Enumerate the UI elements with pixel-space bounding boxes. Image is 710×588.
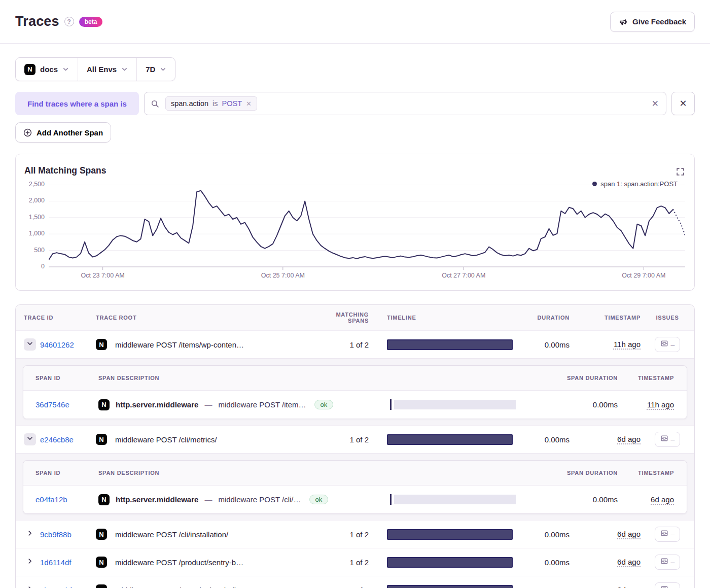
trace-root-text: middleware POST /cli/metrics/ xyxy=(115,435,217,444)
token-operator: is xyxy=(212,99,218,108)
timeline-bar[interactable] xyxy=(387,557,513,568)
trace-id-cell: 94601262 xyxy=(40,340,96,349)
status-badge-ok: ok xyxy=(309,495,329,504)
help-icon[interactable]: ? xyxy=(64,17,74,26)
timestamp-value[interactable]: 6d ago xyxy=(617,530,641,538)
timestamp-value[interactable]: 11h ago xyxy=(614,340,641,349)
y-axis-tick-label: 1,000 xyxy=(18,230,45,237)
nextjs-project-icon: N xyxy=(96,529,107,540)
project-filter[interactable]: N docs xyxy=(16,58,78,81)
col-span-id: Span ID xyxy=(36,470,98,476)
timeline-bar[interactable] xyxy=(387,585,513,588)
span-id-link[interactable]: e04fa12b xyxy=(36,495,98,504)
timeline-bar[interactable] xyxy=(387,434,513,445)
span-row[interactable]: e04fa12bNhttp.server.middleware—middlewa… xyxy=(23,486,687,513)
dash-separator: — xyxy=(204,495,212,504)
timestamp-cell: 6d ago xyxy=(575,558,646,567)
span-timeline-track[interactable] xyxy=(394,495,516,504)
timeline-bar[interactable] xyxy=(387,339,513,350)
chevron-down-icon xyxy=(121,66,128,73)
timestamp-cell: 6d ago xyxy=(575,585,646,588)
nextjs-project-icon: N xyxy=(96,557,107,568)
give-feedback-button[interactable]: Give Feedback xyxy=(610,12,695,32)
trace-expand-chevron[interactable] xyxy=(24,528,36,540)
trace-row[interactable]: e246cb8eNmiddleware POST /cli/metrics/1 … xyxy=(16,425,694,453)
traces-table-header: Trace ID Trace Root Matching Spans Timel… xyxy=(16,305,694,330)
span-timeline-track[interactable] xyxy=(394,400,516,409)
timeline-bar[interactable] xyxy=(387,529,513,540)
date-range-filter[interactable]: 7D xyxy=(136,58,175,81)
col-span-duration: Span Duration xyxy=(517,470,623,476)
x-axis-tick-label: Oct 23 7:00 AM xyxy=(81,272,125,279)
add-another-span-button[interactable]: Add Another Span xyxy=(15,122,111,143)
trace-id-link[interactable]: 5b72a6bf xyxy=(40,586,96,588)
span-id-link[interactable]: 36d7546e xyxy=(36,400,98,409)
duration-value: 0.00ms xyxy=(514,558,575,567)
timestamp-value[interactable]: 6d ago xyxy=(617,558,641,566)
y-axis-tick-label: 0 xyxy=(18,263,45,270)
inbox-tray-icon xyxy=(660,339,668,350)
timeline-cell xyxy=(387,339,514,350)
give-feedback-label: Give Feedback xyxy=(632,17,686,26)
nextjs-project-icon: N xyxy=(98,399,110,410)
remove-query-button[interactable]: ✕ xyxy=(671,92,695,115)
issues-button[interactable]: – xyxy=(655,555,680,570)
timestamp-value[interactable]: 6d ago xyxy=(617,585,641,588)
chevron-down-icon xyxy=(26,340,33,349)
issues-button[interactable]: – xyxy=(655,337,680,352)
token-remove-icon[interactable]: ✕ xyxy=(246,100,252,108)
search-filter-token[interactable]: span.action is POST ✕ xyxy=(165,96,257,111)
trace-row[interactable]: 5b72a6bfNmiddleware POST /security-legal… xyxy=(16,576,694,588)
issues-cell: – xyxy=(646,582,689,588)
col-timestamp: Timestamp xyxy=(575,315,646,321)
beta-badge: beta xyxy=(79,17,103,27)
col-trace-root: Trace Root xyxy=(96,315,326,321)
issues-button[interactable]: – xyxy=(655,432,680,447)
inbox-tray-icon xyxy=(660,557,668,567)
span-timeline-cell xyxy=(390,399,517,410)
timestamp-value[interactable]: 6d ago xyxy=(617,435,641,443)
matching-spans-count: 1 of 2 xyxy=(326,558,387,567)
duration-value: 0.00ms xyxy=(514,340,575,349)
issues-empty-dash: – xyxy=(671,340,675,349)
trace-expand-chevron[interactable] xyxy=(24,556,36,568)
timeline-cell xyxy=(387,557,514,568)
trace-id-link[interactable]: e246cb8e xyxy=(40,435,96,444)
token-key: span.action xyxy=(171,99,208,108)
chevron-down-icon xyxy=(160,66,166,73)
trace-expand-chevron[interactable] xyxy=(24,338,36,351)
trace-expand-chevron[interactable] xyxy=(24,433,36,445)
trace-id-cell: 5b72a6bf xyxy=(40,586,96,588)
trace-row[interactable]: 94601262Nmiddleware POST /items/wp-conte… xyxy=(16,330,694,358)
line-chart-canvas[interactable] xyxy=(49,185,685,272)
trace-id-link[interactable]: 9cb9f88b xyxy=(40,530,96,539)
trace-row[interactable]: 1d6114dfNmiddleware POST /product/sentry… xyxy=(16,548,694,576)
span-timestamp-value[interactable]: 6d ago xyxy=(651,495,674,504)
issues-empty-dash: – xyxy=(671,558,675,566)
trace-id-link[interactable]: 94601262 xyxy=(40,340,96,349)
span-query-row: Find traces where a span is span.action … xyxy=(15,92,695,115)
inbox-tray-icon xyxy=(660,434,668,444)
fullscreen-expand-icon[interactable] xyxy=(676,167,685,178)
trace-id-link[interactable]: 1d6114df xyxy=(40,558,96,567)
all-matching-spans-chart: All Matching Spans span 1: span.action:P… xyxy=(15,154,695,291)
inbox-tray-icon xyxy=(660,585,668,588)
expand-cell xyxy=(24,528,40,540)
trace-row[interactable]: 9cb9f88bNmiddleware POST /cli/installati… xyxy=(16,520,694,548)
issues-button[interactable]: – xyxy=(655,582,680,588)
search-icon xyxy=(151,99,159,108)
chevron-right-icon xyxy=(26,530,33,539)
span-row[interactable]: 36d7546eNhttp.server.middleware—middlewa… xyxy=(23,391,687,419)
issues-empty-dash: – xyxy=(671,586,675,588)
span-timestamp-value[interactable]: 11h ago xyxy=(647,400,674,409)
col-timeline: Timeline xyxy=(387,315,514,321)
span-search-input[interactable]: span.action is POST ✕ ✕ xyxy=(144,92,666,115)
add-another-span-label: Add Another Span xyxy=(37,128,103,137)
col-span-duration: Span Duration xyxy=(517,375,623,381)
issues-button[interactable]: – xyxy=(655,527,680,542)
timeline-cell xyxy=(387,585,514,588)
search-clear-icon[interactable]: ✕ xyxy=(652,98,659,109)
trace-id-cell: e246cb8e xyxy=(40,435,96,444)
environment-filter[interactable]: All Envs xyxy=(78,58,136,81)
trace-expand-chevron[interactable] xyxy=(24,584,36,588)
